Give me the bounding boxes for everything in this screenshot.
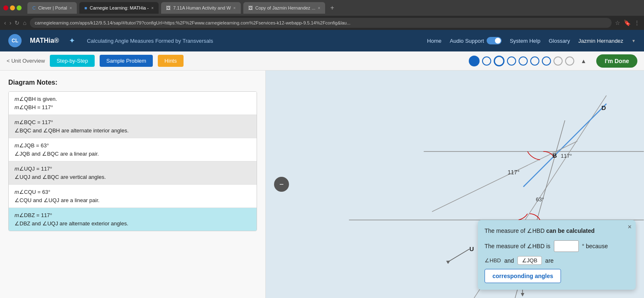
- back-button[interactable]: ‹: [4, 20, 6, 26]
- hints-button[interactable]: Hints: [158, 55, 184, 67]
- user-dropdown-icon[interactable]: ▼: [632, 39, 636, 43]
- progress-circle-9: [565, 56, 574, 66]
- popup-and-text: and: [504, 257, 514, 264]
- zoom-icon: −: [279, 180, 284, 189]
- audio-support-toggle[interactable]: Audio Support: [450, 37, 501, 44]
- note-row-3-line1: m∠JQB = 63°: [15, 142, 251, 150]
- forward-button[interactable]: ›: [10, 20, 12, 26]
- sample-problem-button[interactable]: Sample Problem: [100, 55, 153, 67]
- popup-row-1: The measure of ∠HBD is ° because: [485, 240, 629, 252]
- diagram-notes-title: Diagram Notes:: [8, 79, 257, 86]
- step-by-step-button[interactable]: Step-by-Step: [50, 55, 95, 67]
- note-row-2: m∠BQC = 117° ∠BQC and ∠QBH are alternate…: [9, 115, 257, 138]
- system-help-link[interactable]: System Help: [510, 38, 541, 44]
- popup-row-2: ∠HBD and ∠JQB are: [485, 256, 629, 265]
- unit-overview-button[interactable]: < Unit Overview: [7, 58, 45, 64]
- note-row-5-line1: m∠CQU = 63°: [15, 188, 251, 196]
- tab-close-jazmin[interactable]: ×: [318, 6, 321, 10]
- audio-toggle-switch[interactable]: [487, 37, 502, 44]
- note-row-3-line2: ∠JQB and ∠BQC are a linear pair.: [15, 150, 251, 158]
- hbd-measure-input[interactable]: [554, 240, 579, 252]
- note-row-5: m∠CQU = 63° ∠CQU and ∠UQJ are a linear p…: [9, 185, 257, 208]
- progress-circle-2: [482, 56, 491, 66]
- app-subtitle: Calculating Angle Measures Formed by Tra…: [87, 38, 213, 44]
- left-panel: Diagram Notes: m∠QBH is given. m∠QBH = 1…: [0, 71, 266, 298]
- tab-carnegie[interactable]: ■ Carnegie Learning: MATHia - ×: [79, 2, 159, 14]
- angle-hbd-label: ∠HBD: [485, 257, 501, 264]
- audio-support-label: Audio Support: [450, 38, 484, 44]
- win-close[interactable]: [3, 5, 8, 10]
- win-min[interactable]: [10, 5, 15, 10]
- progress-circles: [469, 56, 574, 66]
- popup-are-text: are: [545, 257, 553, 264]
- note-row-1: m∠QBH is given. m∠QBH = 117°: [9, 92, 257, 115]
- corresponding-angles-button[interactable]: corresponding angles: [485, 269, 561, 283]
- popup-panel: × The measure of ∠HBD can be calculated …: [478, 220, 636, 290]
- right-panel: 117° D B 117° 63° Q 117° 117° U 63° C: [266, 71, 644, 298]
- tab-close-carnegie[interactable]: ×: [151, 6, 154, 10]
- address-icons: ☆ 🔖 ⋮: [615, 20, 640, 26]
- browser-chrome: C Clever | Portal × ■ Carnegie Learning:…: [0, 0, 644, 16]
- angle-jqb-box: ∠JQB: [517, 256, 542, 265]
- sparkle-icon: ✦: [69, 36, 75, 45]
- tab-clever[interactable]: C Clever | Portal ×: [27, 2, 77, 14]
- win-max[interactable]: [17, 5, 22, 10]
- app-header: CL MATHia® ✦ Calculating Angle Measures …: [0, 30, 644, 51]
- B-label: B: [553, 152, 557, 159]
- app-title: MATHia®: [30, 37, 59, 44]
- notes-box: m∠QBH is given. m∠QBH = 117° m∠BQC = 117…: [8, 91, 257, 231]
- progress-circle-4: [507, 56, 516, 66]
- app-logo: CL: [8, 34, 22, 47]
- progress-circle-6: [530, 56, 539, 66]
- popup-text-2-prefix: The measure of ∠HBD is: [485, 243, 551, 249]
- progress-circle-8: [553, 56, 563, 66]
- new-tab-button[interactable]: +: [328, 4, 336, 12]
- note-row-4-line1: m∠UQJ = 117°: [15, 165, 251, 173]
- note-row-4: m∠UQJ = 117° ∠UQJ and ∠BQC are vertical …: [9, 161, 257, 185]
- reload-button[interactable]: ↻: [15, 20, 20, 26]
- glossary-link[interactable]: Glossary: [549, 38, 570, 44]
- popup-text-2-suffix: ° because: [582, 243, 608, 249]
- tab-close-human[interactable]: ×: [233, 6, 236, 10]
- note-row-6-line1: m∠DBZ = 117°: [15, 211, 251, 220]
- tab-close-clever[interactable]: ×: [69, 6, 72, 10]
- address-input[interactable]: [30, 18, 612, 28]
- angle-117-top-label: 117°: [508, 169, 520, 176]
- note-row-6-line2: ∠DBZ and ∠UQJ are alternate exterior ang…: [15, 220, 251, 228]
- progress-circle-3: [494, 56, 504, 66]
- note-row-2-line2: ∠BQC and ∠QBH are alternate interior ang…: [15, 127, 251, 135]
- D-label: D: [602, 104, 606, 111]
- zoom-button[interactable]: −: [274, 177, 289, 192]
- angle-63-mid-label: 63°: [536, 196, 544, 203]
- bookmark-icon[interactable]: 🔖: [624, 20, 631, 26]
- toolbar: < Unit Overview Step-by-Step Sample Prob…: [0, 51, 644, 71]
- toggle-thumb: [495, 38, 501, 44]
- home-button[interactable]: ⌂: [23, 20, 26, 26]
- header-nav: Home Audio Support System Help Glossary …: [427, 37, 636, 44]
- menu-icon[interactable]: ⋮: [634, 20, 640, 26]
- note-row-1-line1: m∠QBH is given.: [15, 95, 251, 103]
- user-name[interactable]: Jazmin Hernandez: [578, 38, 623, 44]
- popup-text-1: The measure of ∠HBD can be calculated: [485, 227, 629, 235]
- note-row-2-line1: m∠BQC = 117°: [15, 118, 251, 127]
- popup-close-button[interactable]: ×: [628, 223, 632, 231]
- progress-circle-7: [542, 56, 551, 66]
- tab-copy-jazmin[interactable]: 🖼 Copy of Jazmin Hernandez ... ×: [243, 2, 326, 14]
- note-row-1-line2: m∠QBH = 117°: [15, 103, 251, 112]
- tab-human-activity[interactable]: 🖼 7.11A Human Activity and W ×: [161, 2, 241, 14]
- angle-117-B-label: 117°: [561, 153, 572, 159]
- note-row-3: m∠JQB = 63° ∠JQB and ∠BQC are a linear p…: [9, 138, 257, 161]
- collapse-progress-icon[interactable]: ▲: [579, 58, 588, 64]
- star-icon[interactable]: ☆: [615, 20, 620, 26]
- U-label: U: [470, 245, 474, 252]
- note-row-4-line2: ∠UQJ and ∠BQC are vertical angles.: [15, 173, 251, 181]
- main-content: Diagram Notes: m∠QBH is given. m∠QBH = 1…: [0, 71, 644, 298]
- progress-circle-5: [519, 56, 528, 66]
- im-done-button[interactable]: I'm Done: [596, 54, 637, 68]
- address-bar: ‹ › ↻ ⌂ ☆ 🔖 ⋮: [0, 16, 644, 30]
- note-row-5-line2: ∠CQU and ∠UQJ are a linear pair.: [15, 196, 251, 205]
- progress-circle-1: [469, 56, 480, 66]
- home-link[interactable]: Home: [427, 38, 442, 44]
- note-row-6: m∠DBZ = 117° ∠DBZ and ∠UQJ are alternate…: [9, 208, 257, 231]
